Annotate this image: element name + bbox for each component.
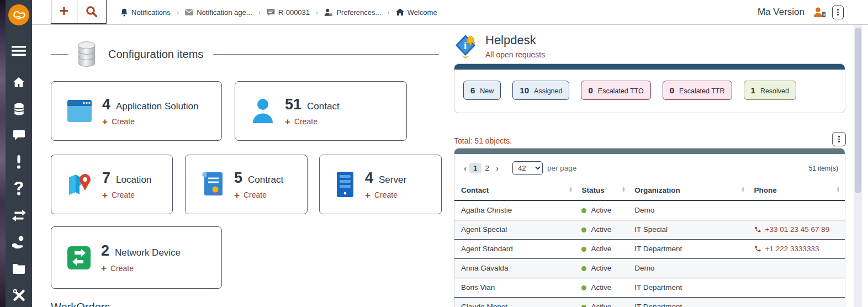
all-open-requests-link[interactable]: All open requests [485, 50, 545, 59]
page-scrollbar[interactable] [854, 25, 862, 307]
contact-icon [251, 98, 275, 124]
breadcrumb-item-welcome[interactable]: Welcome [396, 8, 437, 17]
phone-icon [754, 226, 761, 233]
sidebar-item-service-management[interactable] [6, 234, 32, 250]
sort-icon[interactable]: ▲▼ [568, 187, 573, 193]
sidebar-item-configuration[interactable] [6, 100, 32, 117]
contact-link[interactable]: Anna Gavalda [461, 264, 509, 272]
badge-escalated-ttr[interactable]: 0 Escalated TTR [663, 81, 732, 100]
phone-link[interactable]: +33 01 23 45 67 89 [765, 225, 830, 234]
table-row[interactable]: Anna Gavalda Active Demo [454, 258, 845, 278]
scrollbar-thumb[interactable] [855, 28, 861, 193]
contact-link[interactable]: Agent Standard [461, 245, 513, 253]
organization-link[interactable]: IT Department [634, 245, 682, 253]
card-application-solution[interactable]: 4 Application Solution + Create [51, 81, 222, 141]
create-label: Create [294, 117, 317, 126]
column-header-contact[interactable]: Contact [461, 186, 489, 194]
sort-icon[interactable]: ▲▼ [836, 187, 840, 193]
card-label: Server [379, 174, 406, 186]
badge-assigned[interactable]: 10 Assigned [512, 81, 569, 100]
panel-header-strip [454, 64, 845, 70]
organization-link[interactable]: IT Special [634, 225, 668, 234]
page-2-button[interactable]: 2 [481, 163, 494, 173]
badge-new[interactable]: 6 New [463, 81, 501, 100]
hamburger-icon [12, 45, 26, 56]
table-row[interactable]: Agent Special Active IT Special +33 01 2… [454, 220, 845, 239]
phone-link[interactable]: +1 222 3333333 [765, 245, 819, 253]
breadcrumb-separator: › [316, 8, 318, 17]
page-1-button[interactable]: 1 [469, 163, 481, 173]
breadcrumb-label: Preferences... [336, 8, 381, 17]
organization-link[interactable]: Demo [634, 206, 654, 214]
prev-page-button[interactable]: ‹ [461, 163, 469, 173]
table-row[interactable]: Claude Monet Active IT Department [454, 297, 845, 307]
sidebar-item-documents[interactable] [6, 260, 32, 277]
breadcrumb-item-preferences[interactable]: Preferences... [324, 8, 381, 17]
table-actions-kebab-button[interactable] [832, 132, 846, 146]
table-row[interactable]: Agent Standard Active IT Department +1 2… [454, 239, 845, 258]
create-contract-link[interactable]: + Create [234, 190, 283, 200]
breadcrumb-item-request[interactable]: R-000031 [267, 8, 310, 17]
global-search-button[interactable] [77, 0, 107, 23]
contact-link[interactable]: Boris Vian [461, 283, 495, 292]
table-row[interactable]: Boris Vian Active IT Department [454, 278, 845, 297]
create-location-link[interactable]: + Create [102, 190, 151, 200]
kebab-icon [837, 9, 839, 15]
itop-logo[interactable] [8, 4, 29, 25]
card-server[interactable]: 4 Server + Create [319, 155, 442, 214]
sidebar-item-change[interactable] [6, 207, 32, 224]
create-server-link[interactable]: + Create [365, 190, 406, 200]
contact-link[interactable]: Agent Special [461, 225, 507, 234]
sort-icon[interactable]: ▲▼ [621, 187, 626, 193]
card-label: Location [116, 174, 151, 186]
sidebar-item-home[interactable] [6, 74, 32, 91]
breadcrumb-label: Notification age... [197, 8, 252, 17]
create-label: Create [112, 190, 135, 199]
per-page-select[interactable]: 42 [512, 161, 543, 175]
network-device-icon [67, 246, 91, 270]
column-header-status[interactable]: Status [581, 186, 604, 194]
swap-arrows-icon [12, 210, 26, 221]
card-location[interactable]: 7 Location + Create [51, 155, 173, 214]
sidebar-item-incident[interactable] [6, 154, 32, 170]
organization-link[interactable]: IT Department [634, 283, 682, 292]
badge-count: 1 [751, 86, 755, 95]
create-label: Create [374, 190, 398, 199]
status-dot [581, 208, 586, 213]
breadcrumb-item-notifications[interactable]: Notifications [120, 8, 171, 17]
sidebar-item-problem[interactable] [6, 180, 32, 197]
chat-bubble-icon [13, 129, 25, 141]
organization-link[interactable]: IT Department [634, 303, 682, 307]
card-network-device[interactable]: 2 Network Device + Create [51, 226, 222, 289]
create-label: Create [110, 264, 134, 273]
create-application-solution-link[interactable]: + Create [102, 117, 198, 126]
badge-escalated-tto[interactable]: 0 Escalated TTO [581, 81, 650, 100]
create-network-device-link[interactable]: + Create [101, 263, 181, 273]
sidebar-item-admin-tools[interactable] [6, 287, 32, 303]
sidebar-item-helpdesk[interactable] [6, 127, 32, 144]
column-header-organization[interactable]: Organization [634, 186, 680, 194]
card-contact[interactable]: 51 Contact + Create [235, 81, 407, 141]
helpdesk-badges: 6 New 10 Assigned 0 Escalated TTO 0 Esca… [454, 70, 845, 100]
badge-count: 0 [588, 86, 592, 95]
card-label: Application Solution [116, 101, 198, 112]
contract-icon [201, 171, 224, 198]
table-row[interactable]: Agatha Christie Active Demo [454, 200, 845, 220]
user-menu-kebab-button[interactable] [832, 6, 844, 19]
sort-icon[interactable]: ▲▼ [741, 187, 745, 193]
status-label: Active [591, 245, 611, 253]
badge-resolved[interactable]: 1 Resolved [744, 81, 796, 100]
breadcrumb-separator: › [177, 8, 179, 17]
card-contract[interactable]: 5 Contract + Create [185, 155, 308, 214]
new-object-button[interactable]: + [51, 0, 77, 23]
next-page-button[interactable]: › [493, 163, 501, 173]
user-organization-icon[interactable] [813, 7, 825, 18]
contact-link[interactable]: Claude Monet [461, 303, 507, 307]
breadcrumb-item-notification-agent[interactable]: Notification age... [185, 8, 252, 17]
organization-link[interactable]: Demo [634, 264, 654, 272]
column-header-phone[interactable]: Phone [754, 186, 777, 194]
menu-toggle-button[interactable] [6, 43, 32, 59]
exclamation-icon [16, 155, 22, 169]
create-contact-link[interactable]: + Create [285, 117, 340, 126]
contact-link[interactable]: Agatha Christie [461, 206, 512, 214]
